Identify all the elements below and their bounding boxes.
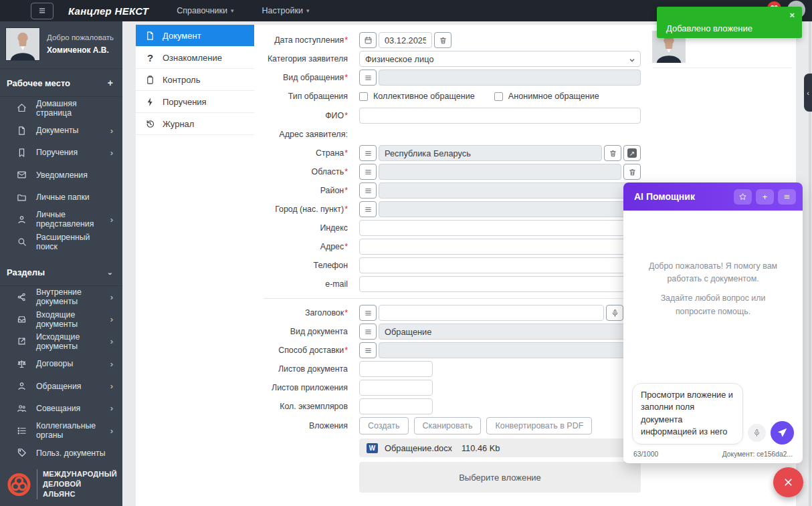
phone-input[interactable] [359, 257, 641, 273]
alliance-logo-icon [7, 472, 31, 497]
category-value[interactable] [359, 51, 641, 67]
sidebar-item-user-docs[interactable]: Польз. документы [0, 442, 122, 464]
fio-input[interactable] [359, 108, 641, 124]
add-icon[interactable]: + [108, 78, 113, 88]
zip-input[interactable] [359, 220, 641, 236]
sidebar-item-contracts[interactable]: Договоры › [0, 353, 122, 375]
panel-collapse-handle[interactable]: ‹ [804, 74, 812, 112]
ai-send-button[interactable] [771, 421, 794, 445]
checkbox[interactable] [359, 92, 368, 101]
hamburger-icon [364, 186, 373, 195]
calendar-button[interactable] [359, 32, 377, 48]
anonymous-checkbox-label[interactable]: Анонимное обращение [494, 92, 599, 101]
create-attachment-button[interactable]: Создать [359, 417, 409, 434]
required-mark: * [344, 35, 348, 45]
clear-date-button[interactable] [434, 32, 451, 48]
send-icon [777, 427, 788, 438]
sidebar-item-personal-views[interactable]: Личные представления › [0, 209, 122, 231]
pick-doc-kind-button[interactable] [359, 324, 377, 340]
sidebar-item-assignments[interactable]: Поручения › [0, 142, 122, 164]
chevron-down-icon[interactable]: ⌄ [107, 268, 113, 277]
sidebar-item-notifications[interactable]: Уведомления [0, 164, 122, 186]
tab-control[interactable]: Контроль [136, 69, 254, 91]
attachment-file-name[interactable]: Обращение.docx [385, 443, 452, 453]
sidebar-item-home[interactable]: Домашняя страница [0, 97, 122, 119]
attachment-file-size: 110.46 Kb [462, 443, 500, 453]
region-input[interactable] [379, 164, 621, 180]
pick-title-button[interactable] [359, 305, 377, 321]
convert-pdf-button[interactable]: Конвертировать в PDF [486, 417, 592, 434]
required-mark: * [344, 167, 348, 176]
pick-city-button[interactable] [359, 201, 377, 217]
ai-panel-title: AI Помощник [634, 191, 695, 202]
sheets-doc-input[interactable] [359, 361, 433, 377]
menu-dictionaries[interactable]: Справочники ▾ [177, 6, 233, 15]
toast-close-icon[interactable]: × [789, 10, 795, 20]
title-input[interactable] [379, 305, 604, 321]
collective-checkbox-label[interactable]: Коллективное обращение [359, 92, 475, 101]
pick-country-button[interactable] [359, 145, 377, 161]
attachment-dropzone[interactable]: Выберите вложение [359, 462, 641, 493]
email-input[interactable] [359, 276, 641, 292]
ai-prompt-input[interactable]: Просмотри вложение и заполни поля докуме… [632, 383, 743, 445]
ai-menu-button[interactable] [778, 189, 796, 205]
field-city-row: Город (нас. пункт)* [264, 201, 641, 217]
category-select[interactable] [359, 51, 641, 67]
sidebar-item-collegial-bodies[interactable]: Коллегиальные органы › [0, 420, 122, 442]
pick-district-button[interactable] [359, 182, 377, 199]
sections-header[interactable]: Разделы ⌄ [0, 259, 122, 286]
sidebar-item-appeals[interactable]: Обращения › [0, 375, 122, 397]
hamburger-icon [364, 149, 373, 158]
doc-kind-input[interactable] [379, 324, 641, 340]
sheets-att-input[interactable] [359, 380, 433, 396]
delivery-input[interactable] [379, 342, 641, 358]
open-country-button[interactable]: ↗ [623, 145, 641, 161]
sidebar-item-internal-docs[interactable]: Внутренние документы › [0, 286, 122, 308]
sidebar-toggle-button[interactable] [31, 3, 54, 19]
workspace-section-header[interactable]: Рабочее место + [0, 69, 122, 97]
sidebar-item-personal-folders[interactable]: Личные папки [0, 186, 122, 208]
copies-input[interactable] [359, 398, 433, 414]
checkbox[interactable] [494, 92, 503, 101]
sidebar-item-advanced-search[interactable]: Расширенный поиск [0, 231, 122, 253]
pick-appeal-kind-button[interactable] [359, 70, 377, 86]
district-input[interactable] [379, 182, 641, 199]
clear-country-button[interactable] [604, 145, 621, 161]
chevron-down-icon: ▾ [306, 7, 310, 14]
pick-region-button[interactable] [359, 164, 377, 180]
tab-acquaintance[interactable]: ? Ознакомление [136, 47, 254, 69]
pick-delivery-button[interactable] [359, 342, 377, 358]
field-country-row: Страна* ↗ [264, 145, 641, 161]
ai-new-chat-button[interactable]: + [756, 189, 774, 205]
sidebar-item-documents[interactable]: Документы › [0, 119, 122, 141]
country-input[interactable] [379, 145, 602, 161]
scales-icon [17, 359, 27, 369]
attachment-file-row[interactable]: W Обращение.docx 110.46 Kb [359, 438, 641, 457]
close-ai-fab[interactable] [773, 467, 803, 497]
scan-attachment-button[interactable]: Сканировать [414, 417, 482, 434]
ai-voice-button[interactable] [748, 424, 766, 442]
sidebar-item-outgoing-docs[interactable]: Исходящие документы › [0, 330, 122, 352]
app-logo[interactable]: Канцлер НЕКСТ [68, 5, 148, 17]
city-input[interactable] [379, 201, 641, 217]
required-mark: * [344, 346, 348, 355]
date-input[interactable] [379, 32, 432, 48]
sidebar-item-incoming-docs[interactable]: Входящие документы › [0, 308, 122, 330]
menu-settings[interactable]: Настройки ▾ [262, 6, 310, 15]
address-input[interactable] [359, 239, 641, 255]
field-date-row: Дата поступления* [264, 32, 641, 48]
sidebar-user-card: Добро пожаловать Хомиченок А.В. [0, 21, 122, 69]
dictate-title-button[interactable] [606, 305, 623, 321]
attachments-row: Вложения Создать Сканировать Конвертиров… [264, 417, 641, 434]
hamburger-icon [364, 168, 373, 176]
tab-journal[interactable]: Журнал [136, 113, 254, 135]
clear-region-button[interactable] [623, 164, 641, 180]
ai-favorites-button[interactable] [734, 189, 752, 205]
appeal-kind-input[interactable] [379, 70, 641, 86]
required-mark: * [344, 205, 348, 214]
tab-document[interactable]: Документ [136, 25, 254, 47]
tab-assignments[interactable]: Поручения [136, 91, 254, 113]
field-fio-row: ФИО* [264, 108, 641, 124]
envelope-icon [17, 170, 27, 180]
sidebar-item-meetings[interactable]: Совещания › [0, 397, 122, 419]
